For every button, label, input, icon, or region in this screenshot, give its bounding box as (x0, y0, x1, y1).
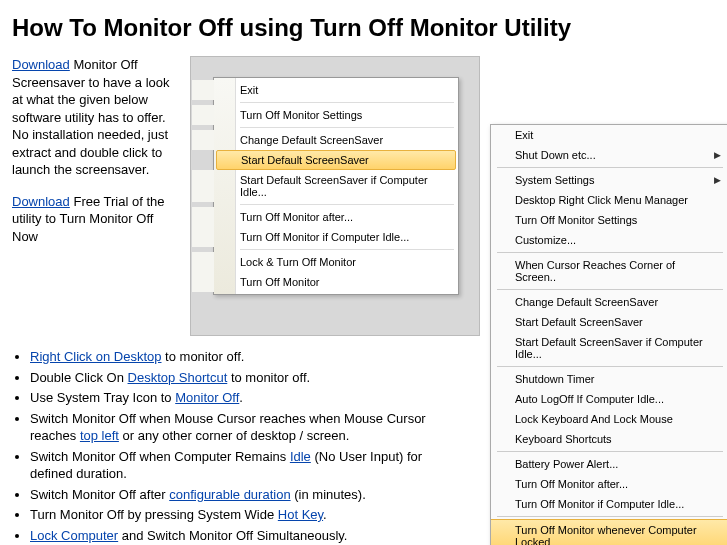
menu-item[interactable]: Turn Off Monitor if Computer Idle... (192, 227, 458, 247)
menu-item[interactable]: Customize... (491, 230, 727, 250)
context-menu-large: ExitShut Down etc...▶System Settings▶Des… (490, 124, 727, 545)
menu-item[interactable]: Shutdown Timer (491, 369, 727, 389)
menu-item[interactable]: When Cursor Reaches Corner of Screen.. (491, 255, 727, 287)
menu-item[interactable]: Battery Power Alert... (491, 454, 727, 474)
monitor-off-link[interactable]: Monitor Off (175, 390, 239, 405)
context-menu-small: ExitTurn Off Monitor SettingsChange Defa… (213, 77, 459, 295)
list-item: Turn Monitor Off by pressing System Wide… (30, 506, 462, 524)
list-item: Use System Tray Icon to Monitor Off. (30, 389, 462, 407)
menu-item[interactable]: Turn Off Monitor after... (192, 207, 458, 227)
menu-item[interactable]: Desktop Right Click Menu Manager (491, 190, 727, 210)
page-title: How To Monitor Off using Turn Off Monito… (12, 14, 715, 42)
list-item: Lock Computer and Switch Monitor Off Sim… (30, 527, 462, 545)
hot-key-link[interactable]: Hot Key (278, 507, 323, 522)
list-item: Switch Monitor Off when Mouse Cursor rea… (30, 410, 462, 445)
screenshot-illustration-left: ExitTurn Off Monitor SettingsChange Defa… (190, 56, 480, 336)
menu-item[interactable]: Change Default ScreenSaver (491, 292, 727, 312)
menu-item[interactable]: Turn Off Monitor if Computer Idle... (491, 494, 727, 514)
idle-link[interactable]: Idle (290, 449, 311, 464)
download-link-1[interactable]: Download (12, 57, 70, 72)
menu-item[interactable]: Exit (491, 125, 727, 145)
menu-item[interactable]: Turn Off Monitor after... (491, 474, 727, 494)
list-item: Double Click On Desktop Shortcut to moni… (30, 369, 462, 387)
list-item: Right Click on Desktop to monitor off. (30, 348, 462, 366)
menu-item[interactable]: Change Default ScreenSaver (192, 130, 458, 150)
menu-item[interactable]: Exit (192, 80, 458, 100)
list-item: Switch Monitor Off after configurable du… (30, 486, 462, 504)
menu-item[interactable]: Turn Off Monitor whenever Computer Locke… (491, 519, 727, 545)
menu-item[interactable]: Lock & Turn Off Monitor (192, 252, 458, 272)
menu-item[interactable]: Shut Down etc...▶ (491, 145, 727, 165)
lock-computer-link[interactable]: Lock Computer (30, 528, 118, 543)
menu-item[interactable]: Keyboard Shortcuts (491, 429, 727, 449)
intro-text: Download Monitor Off Screensaver to have… (12, 56, 182, 259)
list-item: Switch Monitor Off when Computer Remains… (30, 448, 462, 483)
menu-item[interactable]: Lock Keyboard And Lock Mouse (491, 409, 727, 429)
menu-item[interactable]: Start Default ScreenSaver if Computer Id… (491, 332, 727, 364)
menu-item[interactable]: Auto LogOff If Computer Idle... (491, 389, 727, 409)
download-link-2[interactable]: Download (12, 194, 70, 209)
menu-item[interactable]: System Settings▶ (491, 170, 727, 190)
desktop-shortcut-link[interactable]: Desktop Shortcut (128, 370, 228, 385)
menu-item[interactable]: Turn Off Monitor Settings (192, 105, 458, 125)
right-click-link[interactable]: Right Click on Desktop (30, 349, 162, 364)
menu-item[interactable]: Turn Off Monitor (192, 272, 458, 292)
menu-item[interactable]: Start Default ScreenSaver (216, 150, 456, 170)
top-left-link[interactable]: top left (80, 428, 119, 443)
feature-list: Right Click on Desktop to monitor off. D… (30, 348, 462, 545)
chevron-right-icon: ▶ (714, 150, 721, 160)
menu-item[interactable]: Turn Off Monitor Settings (491, 210, 727, 230)
menu-item[interactable]: Start Default ScreenSaver (491, 312, 727, 332)
menu-item[interactable]: Start Default ScreenSaver if Computer Id… (192, 170, 458, 202)
configurable-duration-link[interactable]: configurable duration (169, 487, 290, 502)
chevron-right-icon: ▶ (714, 175, 721, 185)
